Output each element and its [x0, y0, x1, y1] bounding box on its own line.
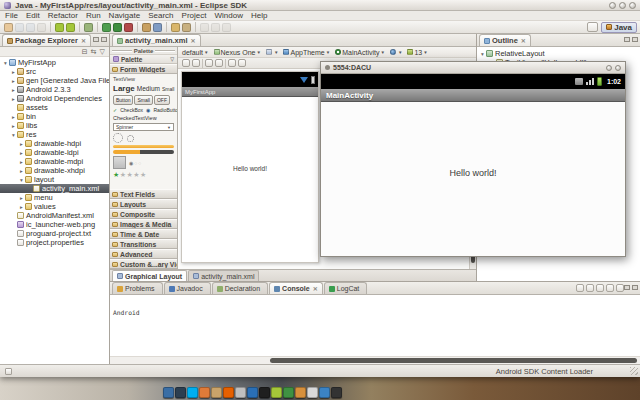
tree-item-activity-main-xml[interactable]: activity_main.xml	[0, 184, 109, 193]
menu-item[interactable]: Search	[148, 11, 173, 20]
search-icon[interactable]	[182, 23, 191, 32]
config-activity-dropdown[interactable]: MainActivity ▼	[335, 49, 385, 56]
palette-spinner[interactable]: Spinner▼	[113, 123, 174, 131]
palette-textview-small[interactable]: Small	[162, 86, 175, 92]
android-app-content[interactable]: Hello world!	[321, 102, 625, 256]
outline-toggle-icon[interactable]	[205, 59, 213, 67]
menu-item[interactable]: Navigate	[109, 11, 141, 20]
save-all-icon[interactable]	[26, 23, 35, 32]
dock-icon-software-center[interactable]	[199, 387, 210, 398]
dock-icon-media-player[interactable]	[175, 387, 186, 398]
config-theme-dropdown[interactable]: AppTheme ▼	[283, 49, 330, 56]
emulator-title-bar[interactable]: 5554:DACU	[321, 62, 625, 74]
open-element-icon[interactable]	[171, 23, 180, 32]
palette-progressbar-large-icon[interactable]	[113, 133, 123, 143]
expand-arrow-icon[interactable]: ▸	[10, 96, 17, 102]
link-with-editor-icon[interactable]: ⇆	[91, 48, 97, 56]
palette-section-custom-library-views[interactable]: Custom &...ary Views	[110, 259, 177, 269]
palette-button[interactable]: Button	[113, 95, 133, 105]
android-sdk-manager-icon[interactable]	[55, 23, 64, 32]
palette-seekbar-icon[interactable]	[113, 150, 174, 154]
palette-section-layouts[interactable]: Layouts	[110, 199, 177, 209]
tab-declaration[interactable]: Declaration	[212, 282, 268, 294]
tree-item-src[interactable]: ▸ src	[0, 67, 109, 76]
tree-item-androidmanifest[interactable]: AndroidManifest.xml	[0, 211, 109, 220]
new-java-project-icon[interactable]	[142, 23, 151, 32]
display-console-icon[interactable]	[606, 284, 614, 292]
pin-console-icon[interactable]	[596, 284, 604, 292]
dock-icon-sphere[interactable]	[283, 387, 294, 398]
expand-arrow-icon[interactable]: ▸	[10, 123, 17, 129]
tree-item-android-dependencies[interactable]: ▸ Android Dependencies	[0, 94, 109, 103]
dock-icon-files[interactable]	[235, 387, 246, 398]
run-external-icon[interactable]	[124, 23, 133, 32]
open-perspective-icon[interactable]	[587, 22, 598, 32]
tab-package-explorer[interactable]: Package Explorer ✕	[2, 34, 91, 46]
title-bar[interactable]: Java - MyFirstApp/res/layout/activity_ma…	[0, 0, 640, 11]
tree-item-assets[interactable]: assets	[0, 103, 109, 112]
tab-problems[interactable]: Problems	[112, 282, 163, 294]
expand-canvas-icon[interactable]	[228, 59, 236, 67]
palette-textview-large[interactable]: Large	[113, 84, 135, 93]
palette-progressbar-small-icon[interactable]	[127, 135, 134, 142]
debug-icon[interactable]	[84, 23, 93, 32]
run-history-icon[interactable]	[113, 23, 122, 32]
maximize-view-icon[interactable]	[101, 37, 107, 42]
palette-checkbox[interactable]: CheckBox	[120, 107, 143, 113]
scroll-lock-icon[interactable]	[586, 284, 594, 292]
render-options-icon[interactable]	[215, 59, 223, 67]
expand-arrow-icon[interactable]: ▸	[18, 159, 25, 165]
forward-icon[interactable]	[222, 23, 231, 32]
palette-menu-icon[interactable]: ▽	[170, 56, 174, 62]
minimize-button[interactable]	[606, 65, 612, 71]
console-output[interactable]: Android [2012-07-27 15:00:27 - MyFirstAp…	[110, 295, 640, 356]
menu-item[interactable]: Help	[251, 11, 267, 20]
tree-item-project-properties[interactable]: project.properties	[0, 238, 109, 247]
new-class-icon[interactable]	[153, 23, 162, 32]
expand-arrow-icon[interactable]: ▸	[18, 204, 25, 210]
tree-item-android-233[interactable]: ▸ Android 2.3.3	[0, 85, 109, 94]
tree-item-proguard-project[interactable]: proguard-project.txt	[0, 229, 109, 238]
close-button[interactable]	[615, 65, 621, 71]
scrollbar-thumb[interactable]	[270, 358, 637, 363]
tree-item-layout[interactable]: ▾ layout	[0, 175, 109, 184]
expand-arrow-icon[interactable]: ▸	[18, 141, 25, 147]
palette-radiobutton[interactable]: RadioButton	[153, 107, 177, 113]
tree-item-drawable-ldpi[interactable]: ▸ drawable-ldpi	[0, 148, 109, 157]
dock-icon-anchor[interactable]	[163, 387, 174, 398]
close-button[interactable]	[629, 2, 636, 9]
expand-arrow-icon[interactable]: ▸	[18, 150, 25, 156]
maximize-view-icon[interactable]	[632, 37, 638, 42]
tab-outline[interactable]: Outline ✕	[479, 34, 531, 46]
preview-hello-text[interactable]: Hello world!	[233, 165, 267, 262]
outline-item-relativelayout[interactable]: ▾ RelativeLayout	[477, 49, 640, 58]
close-view-icon[interactable]: ✕	[521, 37, 526, 44]
palette-section-transitions[interactable]: Transitions	[110, 239, 177, 249]
collapse-all-icon[interactable]: ⊟	[82, 48, 88, 56]
expand-arrow-icon[interactable]: ▸	[10, 78, 17, 84]
palette-imageview-icon[interactable]	[113, 156, 126, 169]
close-editor-icon[interactable]: ✕	[191, 37, 196, 44]
palette-textview[interactable]: TextView	[113, 76, 174, 82]
last-edit-location-icon[interactable]	[200, 23, 209, 32]
open-console-icon[interactable]	[616, 284, 624, 292]
config-locale-dropdown[interactable]: ▼	[390, 49, 402, 55]
tree-item-bin[interactable]: ▸ bin	[0, 112, 109, 121]
config-orientation-dropdown[interactable]: ▼	[266, 49, 278, 55]
java-perspective-button[interactable]: Java	[601, 22, 637, 33]
tree-item-myfirstapp[interactable]: ▾ MyFirstApp	[0, 58, 109, 67]
palette-togglebutton[interactable]: OFF	[154, 95, 170, 105]
dock-icon-photos[interactable]	[211, 387, 222, 398]
dock-icon-clock-orange[interactable]	[295, 387, 306, 398]
expand-arrow-icon[interactable]: ▸	[10, 114, 17, 120]
snapshot-icon[interactable]	[238, 59, 246, 67]
save-icon[interactable]	[15, 23, 24, 32]
tab-console[interactable]: Console ✕	[269, 282, 323, 294]
menu-item[interactable]: Refactor	[48, 11, 78, 20]
menu-item[interactable]: Project	[182, 11, 207, 20]
dock-icon-bluefish[interactable]	[247, 387, 258, 398]
config-api-level-dropdown[interactable]: 13 ▼	[407, 49, 427, 56]
palette-header[interactable]: Palette ▽	[110, 55, 177, 64]
tab-activity-main-xml[interactable]: activity_main.xml ✕	[112, 34, 201, 46]
expand-arrow-icon[interactable]: ▸	[18, 168, 25, 174]
